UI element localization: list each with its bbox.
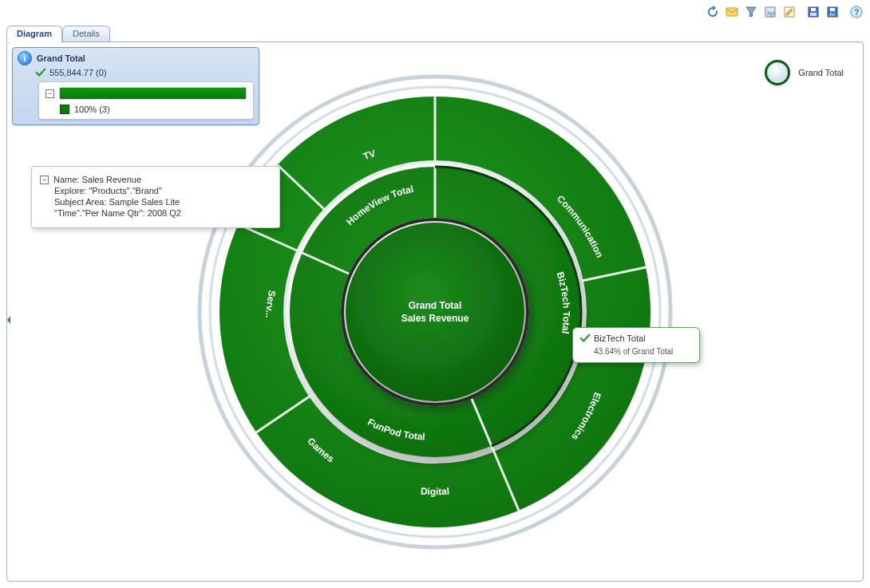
- summary-bar-card: − 100% (3): [38, 81, 254, 120]
- refresh-button[interactable]: [704, 3, 722, 21]
- svg-rect-5: [811, 8, 816, 11]
- progress-label: 100% (3): [74, 105, 110, 114]
- label-digital: Digital: [420, 485, 449, 497]
- check-icon: [579, 333, 591, 344]
- save-as-button[interactable]: As: [824, 3, 841, 21]
- tab-details[interactable]: Details: [62, 26, 110, 41]
- svg-rect-8: [830, 8, 835, 11]
- filter-button[interactable]: [742, 3, 760, 21]
- slice-tooltip-title: BizTech Total: [594, 333, 646, 343]
- check-icon: [35, 67, 46, 78]
- chart-legend: Grand Total: [765, 60, 844, 85]
- save-button[interactable]: [805, 3, 822, 21]
- svg-text:As: As: [829, 12, 835, 17]
- meta-collapse-minus[interactable]: −: [40, 176, 49, 184]
- svg-point-20: [346, 223, 524, 401]
- legend-symbol: [765, 60, 790, 85]
- meta-name: Name: Sales Revenue: [53, 175, 141, 184]
- meta-time: "Time"."Per Name Qtr": 2008 Q2: [54, 208, 271, 218]
- summary-title: Grand Total: [37, 53, 85, 63]
- center-label-1: Grand Total: [409, 300, 461, 311]
- svg-rect-6: [810, 13, 817, 16]
- collapse-handle[interactable]: [6, 310, 12, 330]
- progress-track: [59, 87, 247, 100]
- toolbar: xyz As ?: [704, 3, 865, 21]
- center-label-2: Sales Revenue: [401, 313, 469, 324]
- svg-text:?: ?: [854, 8, 859, 17]
- sunburst-chart[interactable]: Grand Total Sales Revenue BizTech Total …: [188, 65, 682, 559]
- slice-tooltip-pct: 43.64% of Grand Total: [594, 347, 693, 356]
- tab-diagram[interactable]: Diagram: [6, 26, 62, 42]
- center-circle[interactable]: [342, 219, 528, 404]
- slice-tooltip: BizTech Total 43.64% of Grand Total: [572, 327, 700, 363]
- metadata-tooltip: − Name: Sales Revenue Explore: "Products…: [31, 166, 280, 228]
- edit-button[interactable]: [781, 3, 798, 21]
- collapse-minus[interactable]: −: [45, 89, 54, 98]
- diagram-panel: i Grand Total 555,844.77 (0) − 100% (3): [6, 41, 864, 582]
- progress-fill: [60, 88, 246, 99]
- tab-strip: Diagram Details: [6, 24, 110, 41]
- summary-card: i Grand Total 555,844.77 (0) − 100% (3): [12, 47, 259, 125]
- meta-explore: Explore: "Products"."Brand": [54, 186, 271, 195]
- summary-value: 555,844.77 (0): [49, 68, 107, 77]
- svg-text:xyz: xyz: [767, 10, 776, 17]
- format-button[interactable]: xyz: [761, 3, 779, 21]
- meta-subject: Subject Area: Sample Sales Lite: [54, 197, 271, 207]
- svg-rect-0: [726, 8, 738, 16]
- info-icon[interactable]: i: [18, 51, 32, 65]
- legend-swatch-green: [60, 105, 69, 114]
- legend-label: Grand Total: [798, 68, 844, 77]
- send-button[interactable]: [723, 3, 741, 21]
- help-button[interactable]: ?: [848, 3, 865, 21]
